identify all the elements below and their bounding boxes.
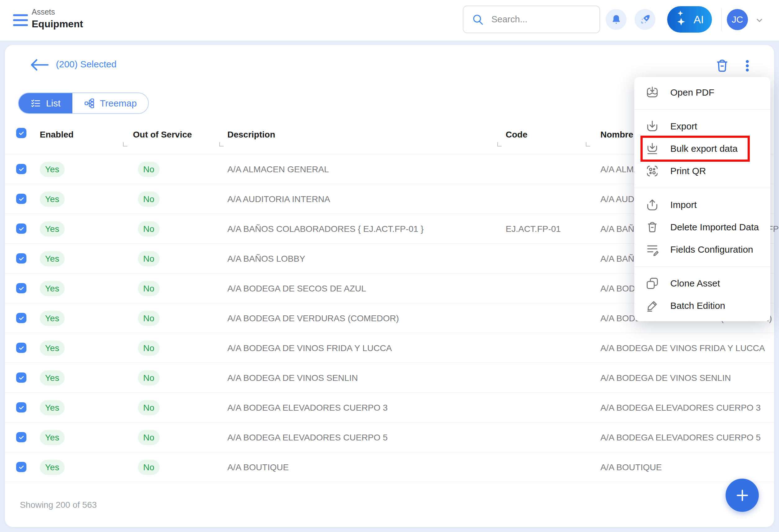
title-block: Assets Equipment (32, 7, 83, 30)
column-resize-handle[interactable] (219, 142, 224, 146)
code-cell: EJ.ACT.FP-01 (506, 224, 561, 234)
menu-hamburger-icon[interactable] (13, 14, 28, 27)
add-asset-fab[interactable] (726, 479, 759, 512)
column-header-enabled[interactable]: Enabled (40, 130, 74, 140)
menu-item-label: Import (670, 200, 697, 210)
menu-item-batch-edition[interactable]: Batch Edition (634, 294, 770, 317)
description-cell: A/A ALMACEN GENERAL (227, 164, 329, 175)
enabled-badge: Yes (40, 430, 65, 445)
selected-count-label[interactable]: (200) Selected (56, 59, 116, 70)
menu-item-open-pdf[interactable]: Open PDF (634, 81, 770, 104)
enabled-badge: Yes (40, 251, 65, 266)
menu-item-print-qr[interactable]: Print QR (634, 160, 770, 182)
row-checkbox[interactable] (16, 402, 26, 412)
out-of-service-badge: No (138, 251, 160, 266)
row-checkbox[interactable] (16, 194, 26, 204)
enabled-badge: Yes (40, 460, 65, 475)
notifications-button[interactable] (606, 9, 626, 30)
sparkles-icon (676, 11, 688, 28)
table-row[interactable]: Yes No A/A BODEGA DE VINOS FRIDA Y LUCCA… (5, 333, 774, 363)
row-checkbox[interactable] (16, 343, 26, 353)
row-checkbox[interactable] (16, 313, 26, 323)
breadcrumb: Assets (32, 7, 83, 16)
column-resize-handle[interactable] (497, 142, 502, 146)
menu-divider (634, 109, 770, 110)
row-checkbox[interactable] (16, 164, 26, 174)
nombre-cell: A/A BODEGA DE VINOS SENLIN (600, 373, 731, 383)
out-of-service-badge: No (138, 370, 160, 386)
column-resize-handle[interactable] (123, 142, 127, 146)
description-cell: A/A BODEGA DE VERDURAS (COMEDOR) (227, 314, 399, 323)
tab-treemap[interactable]: Treemap (72, 93, 148, 113)
enabled-badge: Yes (40, 400, 65, 415)
description-cell: A/A BAÑOS LOBBY (227, 254, 305, 264)
enabled-badge: Yes (40, 370, 65, 386)
row-checkbox[interactable] (16, 373, 26, 383)
nombre-cell: A/A BODEGA ELEVADORES CUERPO 5 (600, 433, 761, 443)
menu-item-label: Fields Configuration (670, 244, 753, 255)
column-header-description[interactable]: Description (227, 130, 275, 140)
plus-icon (735, 488, 750, 503)
row-checkbox[interactable] (16, 432, 26, 442)
column-header-out-of-service[interactable]: Out of Service (133, 130, 192, 140)
menu-item-export[interactable]: Export (634, 115, 770, 137)
menu-item-delete-imported-data[interactable]: Delete Imported Data (634, 216, 770, 239)
row-checkbox[interactable] (16, 283, 26, 293)
trash-icon (714, 58, 730, 74)
back-button[interactable] (29, 56, 50, 74)
ai-label: AI (694, 13, 704, 26)
kebab-menu-icon (740, 59, 754, 73)
row-checkbox[interactable] (16, 253, 26, 264)
chevron-down-icon[interactable] (754, 15, 765, 25)
more-options-button[interactable] (737, 56, 757, 76)
nombre-cell: A/A BODEGA DE VINOS FRIDA Y LUCCA (600, 343, 765, 353)
clone-icon (646, 277, 659, 290)
search-input[interactable] (491, 14, 585, 24)
trash-icon (646, 220, 659, 234)
menu-item-label: Clone Asset (670, 278, 720, 289)
app-header: Assets Equipment AI (0, 0, 779, 41)
description-cell: A/A BODEGA ELEVADORES CUERPO 3 (227, 403, 387, 413)
select-all-checkbox[interactable] (16, 128, 26, 138)
menu-item-bulk-export-data[interactable]: Bulk export data (634, 137, 770, 160)
column-header-code[interactable]: Code (506, 130, 527, 140)
table-row[interactable]: Yes No A/A BODEGA ELEVADORES CUERPO 3 A/… (5, 393, 774, 422)
search-icon (472, 13, 485, 26)
tab-list[interactable]: List (19, 93, 72, 113)
header-divider (721, 8, 722, 31)
enabled-badge: Yes (40, 340, 65, 356)
out-of-service-badge: No (138, 430, 160, 445)
table-row[interactable]: Yes No A/A BODEGA ELEVADORES CUERPO 5 A/… (5, 422, 774, 452)
nombre-cell: A/A BOUTIQUE (600, 462, 662, 472)
page-title: Equipment (32, 18, 83, 30)
ai-assistant-button[interactable]: AI (667, 6, 712, 32)
tab-list-label: List (46, 98, 61, 109)
out-of-service-badge: No (138, 221, 160, 237)
menu-item-import[interactable]: Import (634, 194, 770, 216)
delete-selected-button[interactable] (712, 56, 732, 76)
out-of-service-badge: No (138, 460, 160, 475)
row-checkbox[interactable] (16, 462, 26, 472)
row-checkbox[interactable] (16, 223, 26, 234)
bell-icon (610, 14, 622, 25)
enabled-badge: Yes (40, 311, 65, 326)
out-of-service-badge: No (138, 340, 160, 356)
user-avatar[interactable]: JC (727, 9, 748, 30)
menu-item-label: Export (670, 121, 697, 132)
table-row[interactable]: Yes No A/A BOUTIQUE A/A BOUTIQUE (5, 452, 774, 482)
menu-item-fields-configuration[interactable]: Fields Configuration (634, 239, 770, 261)
rocket-button[interactable] (635, 9, 655, 30)
description-cell: A/A BODEGA ELEVADORES CUERPO 5 (227, 433, 387, 443)
edit-icon (646, 299, 659, 313)
menu-item-label: Batch Edition (670, 301, 725, 311)
column-header-nombre[interactable]: Nombre (600, 130, 633, 140)
view-toggle: List Treemap (18, 92, 149, 114)
table-row[interactable]: Yes No A/A BODEGA DE VINOS SENLIN A/A BO… (5, 363, 774, 393)
column-resize-handle[interactable] (586, 142, 590, 146)
table-footer: Showing 200 of 563 (5, 485, 774, 527)
description-cell: A/A BODEGA DE SECOS DE AZUL (227, 284, 366, 293)
search-box[interactable] (463, 6, 600, 33)
enabled-badge: Yes (40, 162, 65, 177)
menu-item-clone-asset[interactable]: Clone Asset (634, 272, 770, 294)
description-cell: A/A BODEGA DE VINOS FRIDA Y LUCCA (227, 343, 392, 353)
